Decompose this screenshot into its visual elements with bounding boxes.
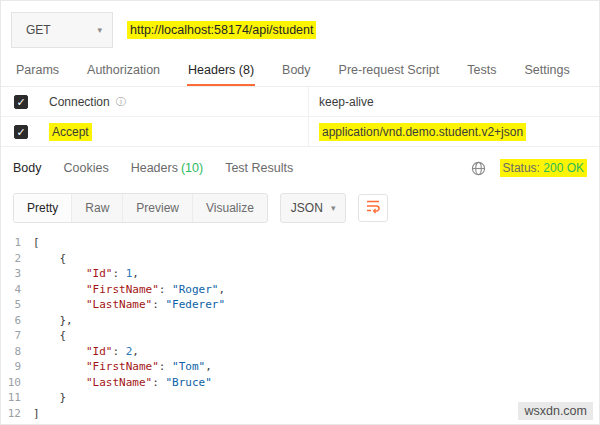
watermark: wsxdn.com: [518, 402, 593, 420]
tab-authorization[interactable]: Authorization: [86, 57, 161, 86]
wrap-text-button[interactable]: [358, 194, 388, 222]
code-token: [33, 283, 86, 296]
wrap-text-icon: [365, 198, 381, 218]
line-number: 12: [1, 406, 33, 422]
header-row: ✓Connectionⓘkeep-alive: [1, 87, 599, 117]
code-token: ,: [205, 360, 212, 373]
code-token: "Id": [86, 267, 113, 280]
code-token: "FirstName": [86, 283, 159, 296]
code-text: {: [33, 328, 66, 344]
code-token: ,: [132, 345, 139, 358]
code-line: 3 "Id": 1,: [1, 266, 599, 282]
response-header: BodyCookiesHeaders(10)Test Results Statu…: [1, 147, 599, 185]
code-token: {: [33, 329, 66, 342]
line-number: 11: [1, 390, 33, 406]
tab-pre-request-script[interactable]: Pre-request Script: [338, 57, 441, 86]
line-number: 2: [1, 251, 33, 267]
header-checkbox[interactable]: ✓: [14, 125, 28, 139]
code-text: "FirstName": "Tom",: [33, 359, 212, 375]
header-value-cell[interactable]: keep-alive: [309, 87, 599, 116]
line-number: 1: [1, 235, 33, 251]
chevron-down-icon: ▾: [331, 203, 336, 213]
header-value-cell[interactable]: application/vnd.demo.student.v2+json: [309, 117, 599, 146]
request-bar: GET ▾ http://localhost:58174/api/student: [1, 1, 599, 57]
code-text: "FirstName": "Roger",: [33, 282, 225, 298]
tab-tests[interactable]: Tests: [466, 57, 497, 86]
response-tab-headers[interactable]: Headers(10): [131, 161, 203, 175]
code-token: {: [33, 252, 66, 265]
format-dropdown[interactable]: JSON ▾: [280, 193, 347, 223]
status-label: Status:: [503, 161, 540, 175]
header-row: ✓Acceptapplication/vnd.demo.student.v2+j…: [1, 117, 599, 147]
line-number: 10: [1, 375, 33, 391]
response-tab-test-results[interactable]: Test Results: [225, 161, 293, 175]
code-token: [33, 360, 86, 373]
code-line: 1[: [1, 235, 599, 251]
response-header-right: Status: 200 OK: [471, 159, 587, 177]
code-line: 6 },: [1, 313, 599, 329]
code-line: 7 {: [1, 328, 599, 344]
line-number: 9: [1, 359, 33, 375]
code-token: [: [33, 236, 40, 249]
line-number: 7: [1, 328, 33, 344]
code-token: "Bruce": [165, 376, 211, 389]
header-key-cell[interactable]: Connectionⓘ: [41, 87, 309, 116]
header-value-text: keep-alive: [319, 95, 374, 109]
code-token: [33, 345, 86, 358]
view-tab-visualize[interactable]: Visualize: [193, 194, 267, 222]
headers-table: ✓Connectionⓘkeep-alive✓Acceptapplication…: [1, 87, 599, 147]
code-line: 12]: [1, 406, 599, 422]
response-tab-label: Headers: [131, 161, 178, 175]
code-token: "Roger": [172, 283, 218, 296]
code-line: 9 "FirstName": "Tom",: [1, 359, 599, 375]
view-tab-raw[interactable]: Raw: [72, 194, 123, 222]
checkbox-cell: ✓: [1, 125, 41, 139]
header-checkbox[interactable]: ✓: [14, 95, 28, 109]
code-line: 5 "LastName": "Federer": [1, 297, 599, 313]
code-line: 4 "FirstName": "Roger",: [1, 282, 599, 298]
code-token: [33, 298, 86, 311]
code-text: [: [33, 235, 40, 251]
response-tabs: BodyCookiesHeaders(10)Test Results: [13, 161, 293, 175]
line-number: 4: [1, 282, 33, 298]
code-area[interactable]: 1[2 {3 "Id": 1,4 "FirstName": "Roger",5 …: [1, 233, 599, 421]
response-view-bar: PrettyRawPreviewVisualize JSON ▾: [1, 185, 599, 233]
view-tab-pretty[interactable]: Pretty: [14, 194, 72, 222]
tab-settings[interactable]: Settings: [523, 57, 570, 86]
status-badge: Status: 200 OK: [500, 159, 587, 177]
code-token: :: [152, 376, 165, 389]
info-icon: ⓘ: [116, 95, 126, 109]
url-text: http://localhost:58174/api/student: [127, 21, 316, 39]
response-tab-cookies[interactable]: Cookies: [64, 161, 109, 175]
code-line: 11 }: [1, 390, 599, 406]
response-tab-label: Test Results: [225, 161, 293, 175]
code-text: {: [33, 251, 66, 267]
tab-headers-8[interactable]: Headers (8): [187, 57, 255, 86]
code-token: ,: [132, 267, 139, 280]
line-number: 5: [1, 297, 33, 313]
tab-body[interactable]: Body: [281, 57, 312, 86]
code-token: [33, 267, 86, 280]
response-tab-body[interactable]: Body: [13, 161, 42, 175]
line-number: 3: [1, 266, 33, 282]
response-tab-count: (10): [181, 161, 203, 175]
view-mode-tabs: PrettyRawPreviewVisualize: [13, 193, 268, 223]
code-token: "FirstName": [86, 360, 159, 373]
method-dropdown[interactable]: GET ▾: [11, 12, 113, 48]
view-tab-preview[interactable]: Preview: [123, 194, 193, 222]
code-token: :: [112, 345, 125, 358]
code-line: 10 "LastName": "Bruce": [1, 375, 599, 391]
tab-params[interactable]: Params: [15, 57, 60, 86]
globe-icon[interactable]: [471, 161, 486, 176]
code-text: "LastName": "Bruce": [33, 375, 212, 391]
code-token: "Tom": [172, 360, 205, 373]
code-token: [33, 376, 86, 389]
code-token: :: [112, 267, 125, 280]
url-input[interactable]: http://localhost:58174/api/student: [113, 12, 587, 48]
code-text: },: [33, 313, 73, 329]
code-text: ]: [33, 406, 40, 422]
code-token: "LastName": [86, 376, 152, 389]
header-key-cell[interactable]: Accept: [41, 117, 309, 146]
code-token: ,: [218, 283, 225, 296]
line-number: 6: [1, 313, 33, 329]
